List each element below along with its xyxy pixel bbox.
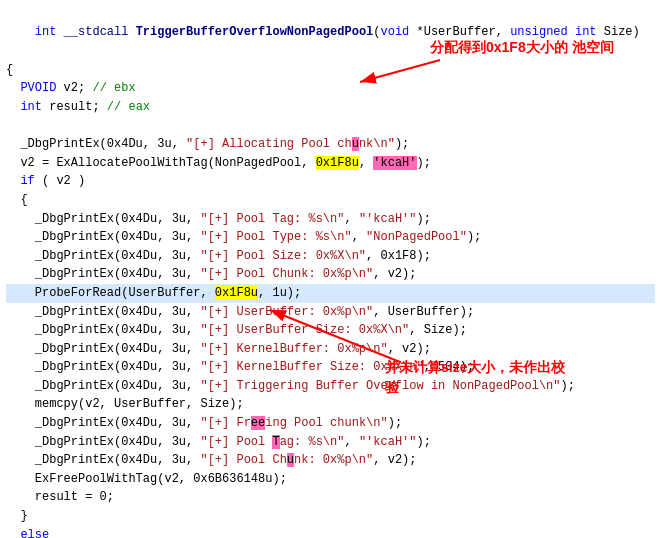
code-line-3: int result; // eax (6, 98, 655, 117)
code-line-22: _DbgPrintEx(0x4Du, 3u, "[+] Pool Chunk: … (6, 451, 655, 470)
code-line-6: v2 = ExAllocatePoolWithTag(NonPagedPool,… (6, 154, 655, 173)
code-line-14: _DbgPrintEx(0x4Du, 3u, "[+] UserBuffer: … (6, 303, 655, 322)
code-line-21: _DbgPrintEx(0x4Du, 3u, "[+] Pool Tag: %s… (6, 433, 655, 452)
code-line-15: _DbgPrintEx(0x4Du, 3u, "[+] UserBuffer S… (6, 321, 655, 340)
code-line-13: ProbeForRead(UserBuffer, 0x1F8u, 1u); (6, 284, 655, 303)
code-line-10: _DbgPrintEx(0x4Du, 3u, "[+] Pool Type: %… (6, 228, 655, 247)
code-blank-1 (6, 117, 655, 136)
code-line-25: } (6, 507, 655, 526)
code-line-24: result = 0; (6, 488, 655, 507)
code-line-1: { (6, 61, 655, 80)
code-line-23: ExFreePoolWithTag(v2, 0x6B636148u); (6, 470, 655, 489)
annotation-overflow: 并未计算size大小，未作出校验 (385, 358, 565, 397)
code-line-7: if ( v2 ) (6, 172, 655, 191)
code-line-11: _DbgPrintEx(0x4Du, 3u, "[+] Pool Size: 0… (6, 247, 655, 266)
code-line-20: _DbgPrintEx(0x4Du, 3u, "[+] Freeing Pool… (6, 414, 655, 433)
keyword-int: int (35, 25, 57, 39)
code-line-8: { (6, 191, 655, 210)
code-line-5: _DbgPrintEx(0x4Du, 3u, "[+] Allocating P… (6, 135, 655, 154)
code-line-26: else (6, 526, 655, 538)
annotation-pool-size: 分配得到0x1F8大小的 池空间 (430, 38, 614, 58)
code-line-19: memcpy(v2, UserBuffer, Size); (6, 395, 655, 414)
code-line-2: PVOID v2; // ebx (6, 79, 655, 98)
code-line-12: _DbgPrintEx(0x4Du, 3u, "[+] Pool Chunk: … (6, 265, 655, 284)
code-line-16: _DbgPrintEx(0x4Du, 3u, "[+] KernelBuffer… (6, 340, 655, 359)
code-container: int __stdcall TriggerBufferOverflowNonPa… (0, 0, 661, 538)
code-line-9: _DbgPrintEx(0x4Du, 3u, "[+] Pool Tag: %s… (6, 210, 655, 229)
